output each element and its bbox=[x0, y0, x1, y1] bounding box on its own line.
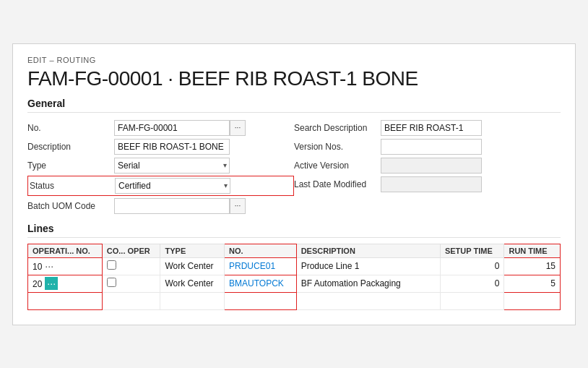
page-title: FAM-FG-00001 · BEEF RIB ROAST-1 BONE bbox=[27, 67, 561, 90]
version-nos-label: Version Nos. bbox=[294, 142, 381, 152]
cell-co-oper bbox=[102, 292, 160, 309]
col-header-co-oper: CO... OPER bbox=[102, 244, 160, 257]
col-header-run-time: RUN TIME bbox=[504, 244, 561, 257]
version-nos-input[interactable] bbox=[381, 139, 482, 155]
cell-description bbox=[296, 292, 440, 309]
breadcrumb: EDIT – ROUTING bbox=[27, 56, 561, 64]
last-date-row: Last Date Modified bbox=[294, 175, 561, 194]
cell-co-oper bbox=[102, 257, 160, 275]
batch-uom-row: Batch UOM Code ··· bbox=[27, 197, 294, 215]
cell-description: Produce Line 1 bbox=[296, 257, 440, 275]
cell-setup-time bbox=[440, 292, 504, 309]
status-label: Status bbox=[28, 181, 115, 191]
search-desc-input[interactable] bbox=[381, 120, 482, 136]
general-form-grid: No. ··· Description Type Serial bbox=[27, 119, 561, 215]
description-value-group bbox=[114, 139, 230, 155]
description-row: Description bbox=[27, 137, 294, 156]
no-link[interactable]: BMAUTOPCK bbox=[229, 278, 284, 288]
general-section-title: General bbox=[27, 98, 561, 113]
lines-table: OPERATI... NO. CO... OPER TYPE NO. DESCR… bbox=[27, 244, 561, 310]
form-right-col: Search Description Version Nos. Active V… bbox=[294, 119, 561, 215]
co-oper-checkbox[interactable] bbox=[107, 278, 116, 287]
cell-no: BMAUTOPCK bbox=[225, 275, 297, 292]
cell-operation-no bbox=[28, 292, 103, 309]
batch-uom-value-group: ··· bbox=[114, 198, 246, 214]
lines-header-row: OPERATI... NO. CO... OPER TYPE NO. DESCR… bbox=[28, 244, 561, 257]
table-row bbox=[28, 292, 561, 309]
type-label: Type bbox=[27, 161, 114, 171]
last-date-label: Last Date Modified bbox=[294, 179, 381, 189]
cell-run-time: 5 bbox=[504, 275, 561, 292]
cell-type bbox=[160, 292, 225, 309]
type-select[interactable]: Serial bbox=[114, 158, 230, 174]
cell-operation-no: 20··· bbox=[28, 275, 103, 292]
cell-setup-time: 0 bbox=[440, 275, 504, 292]
active-version-row: Active Version bbox=[294, 156, 561, 175]
last-date-value-group bbox=[381, 176, 482, 192]
search-desc-value-group bbox=[381, 120, 482, 136]
version-nos-row: Version Nos. bbox=[294, 137, 561, 156]
cell-description: BF Automation Packaging bbox=[296, 275, 440, 292]
no-input[interactable] bbox=[114, 120, 230, 136]
search-desc-row: Search Description bbox=[294, 119, 561, 137]
status-row: Status Certified ▾ bbox=[27, 176, 294, 196]
co-oper-checkbox[interactable] bbox=[107, 260, 116, 270]
description-input[interactable] bbox=[114, 139, 230, 155]
no-value-group: ··· bbox=[114, 120, 246, 136]
no-link[interactable]: PRDUCE01 bbox=[229, 261, 275, 271]
col-header-type: TYPE bbox=[160, 244, 225, 257]
no-ellipsis-button[interactable]: ··· bbox=[230, 120, 246, 136]
row-dots-button[interactable]: ··· bbox=[45, 260, 53, 272]
active-version-value-group bbox=[381, 158, 482, 174]
cell-no bbox=[225, 292, 297, 309]
type-value-group: Serial ▾ bbox=[114, 158, 230, 174]
type-row: Type Serial ▾ bbox=[27, 156, 294, 175]
version-nos-value-group bbox=[381, 139, 482, 155]
no-label: No. bbox=[27, 123, 114, 133]
lines-section-title: Lines bbox=[27, 223, 561, 238]
table-row: 20···Work CenterBMAUTOPCKBF Automation P… bbox=[28, 275, 561, 292]
no-row: No. ··· bbox=[27, 119, 294, 137]
cell-run-time bbox=[504, 292, 561, 309]
operation-no-value: 20 bbox=[33, 279, 42, 289]
cell-no: PRDUCE01 bbox=[225, 257, 297, 275]
description-label: Description bbox=[27, 142, 114, 152]
status-value-group: Certified ▾ bbox=[115, 178, 230, 194]
cell-type: Work Center bbox=[160, 275, 225, 292]
form-left-col: No. ··· Description Type Serial bbox=[27, 119, 294, 215]
lines-section: Lines OPERATI... NO. CO... OPER TYPE NO. bbox=[27, 223, 561, 310]
batch-uom-label: Batch UOM Code bbox=[27, 201, 114, 211]
active-version-label: Active Version bbox=[294, 161, 381, 171]
col-header-description: DESCRIPTION bbox=[296, 244, 440, 257]
last-date-input bbox=[381, 176, 482, 192]
operation-no-value: 10 bbox=[33, 262, 42, 272]
batch-uom-input[interactable] bbox=[114, 198, 230, 214]
cell-type: Work Center bbox=[160, 257, 225, 275]
cell-operation-no: 10··· bbox=[28, 257, 103, 275]
table-row: 10···Work CenterPRDUCE01Produce Line 101… bbox=[28, 257, 561, 275]
status-select[interactable]: Certified bbox=[115, 178, 230, 194]
batch-uom-ellipsis-button[interactable]: ··· bbox=[230, 198, 246, 214]
col-header-no: NO. bbox=[225, 244, 297, 257]
cell-co-oper bbox=[102, 275, 160, 292]
active-version-input bbox=[381, 158, 482, 174]
lines-body: 10···Work CenterPRDUCE01Produce Line 101… bbox=[28, 257, 561, 309]
col-header-operation-no: OPERATI... NO. bbox=[28, 244, 103, 257]
search-desc-label: Search Description bbox=[294, 123, 381, 133]
cell-run-time: 15 bbox=[504, 257, 561, 275]
col-header-setup-time: SETUP TIME bbox=[440, 244, 504, 257]
row-dots-button[interactable]: ··· bbox=[45, 277, 58, 290]
cell-setup-time: 0 bbox=[440, 257, 504, 275]
main-card: EDIT – ROUTING FAM-FG-00001 · BEEF RIB R… bbox=[12, 43, 576, 325]
